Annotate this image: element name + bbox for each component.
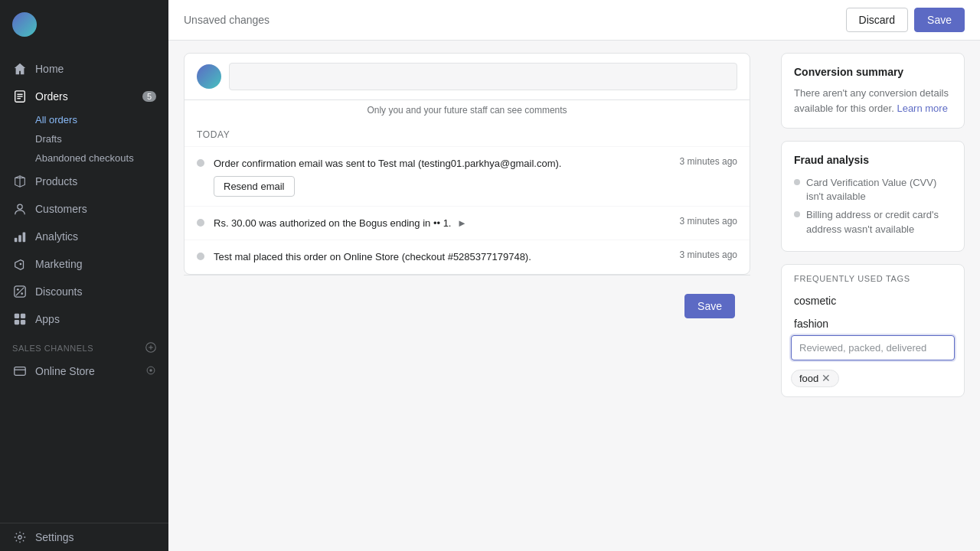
- sidebar-item-marketing-label: Marketing: [35, 258, 82, 270]
- sidebar-item-discounts-label: Discounts: [35, 285, 82, 298]
- sidebar-item-all-orders[interactable]: All orders: [35, 110, 168, 129]
- timeline-item-content: Rs. 30.00 was authorized on the Bogus en…: [214, 216, 737, 231]
- timeline-item: Order confirmation email was sent to Tes…: [185, 146, 750, 206]
- svg-rect-9: [23, 233, 26, 243]
- svg-rect-17: [21, 320, 25, 324]
- sidebar-item-products[interactable]: Products: [0, 168, 168, 195]
- tag-input-wrapper: [782, 335, 964, 370]
- save-button-top[interactable]: Save: [914, 8, 965, 32]
- fraud-analysis-list: Card Verification Value (CVV) isn't avai…: [794, 174, 952, 239]
- sidebar-item-analytics[interactable]: Analytics: [0, 223, 168, 250]
- home-icon: [12, 61, 28, 77]
- sidebar-item-apps[interactable]: Apps: [0, 305, 168, 333]
- svg-rect-21: [15, 367, 25, 376]
- timeline-item-time: 3 minutes ago: [680, 156, 737, 167]
- user-avatar: [197, 64, 221, 89]
- sidebar-item-customers-label: Customers: [35, 203, 87, 215]
- timeline-dot: [197, 253, 204, 260]
- orders-submenu: All orders Drafts Abandoned checkouts: [0, 110, 168, 168]
- svg-rect-15: [21, 314, 25, 318]
- timeline-item-text: Test mal placed this order on Online Sto…: [214, 249, 531, 265]
- svg-rect-8: [18, 235, 21, 242]
- learn-more-link[interactable]: Learn more: [897, 103, 947, 114]
- sidebar-item-settings-label: Settings: [35, 531, 74, 543]
- comment-area: [185, 54, 750, 100]
- sidebar-item-home[interactable]: Home: [0, 55, 168, 83]
- sidebar-item-customers[interactable]: Customers: [0, 195, 168, 223]
- sidebar-bottom: Settings: [0, 523, 168, 551]
- fraud-analysis-title: Fraud analysis: [794, 154, 952, 166]
- discounts-icon: [12, 284, 28, 299]
- timeline-item-text: Rs. 30.00 was authorized on the Bogus en…: [214, 216, 467, 231]
- right-panel: Conversion summary There aren't any conv…: [766, 41, 980, 551]
- tags-applied: food ✕: [782, 370, 964, 396]
- save-button-bottom[interactable]: Save: [684, 294, 735, 318]
- timeline-item-text-inner: Rs. 30.00 was authorized on the Bogus en…: [214, 217, 451, 229]
- sidebar-item-products-label: Products: [35, 175, 77, 187]
- timeline-meta: Order confirmation email was sent to Tes…: [214, 156, 737, 171]
- svg-point-6: [18, 204, 22, 209]
- fraud-dot: [794, 179, 800, 185]
- fraud-list-item: Card Verification Value (CVV) isn't avai…: [794, 174, 952, 206]
- timeline-today-label: TODAY: [185, 123, 750, 146]
- fraud-item-text: Billing address or credit card's address…: [806, 208, 952, 236]
- tag-chip: food ✕: [791, 370, 839, 387]
- sidebar-item-orders-label: Orders: [35, 90, 68, 103]
- sidebar: Home Orders 5 All orders Drafts Abandone…: [0, 0, 168, 551]
- sidebar-item-marketing[interactable]: Marketing: [0, 250, 168, 278]
- fraud-dot: [794, 211, 800, 217]
- svg-point-23: [149, 369, 152, 372]
- settings-icon: [12, 530, 28, 545]
- orders-badge: 5: [142, 91, 156, 102]
- timeline-section: Only you and your future staff can see c…: [184, 53, 750, 275]
- timeline-item-text: Order confirmation email was sent to Tes…: [214, 156, 561, 171]
- logo-icon: [12, 12, 37, 37]
- resend-email-button[interactable]: Resend email: [214, 176, 295, 197]
- svg-point-11: [17, 289, 19, 291]
- tag-chip-remove[interactable]: ✕: [822, 373, 831, 383]
- svg-rect-16: [15, 320, 19, 324]
- timeline-dot: [197, 159, 204, 167]
- apps-icon: [12, 311, 28, 327]
- sales-channels-section: SALES CHANNELS: [0, 333, 168, 357]
- top-bar: Unsaved changes Discard Save: [168, 0, 980, 41]
- timeline-item: Rs. 30.00 was authorized on the Bogus en…: [185, 206, 750, 240]
- products-icon: [12, 174, 28, 189]
- tag-suggestion-cosmetic[interactable]: cosmetic: [782, 289, 964, 312]
- sidebar-item-abandoned-checkouts[interactable]: Abandoned checkouts: [35, 148, 168, 168]
- tag-chip-label: food: [799, 373, 818, 384]
- customers-icon: [12, 201, 28, 217]
- tag-input[interactable]: [791, 335, 955, 360]
- online-store-icon: [12, 364, 28, 379]
- timeline-meta: Test mal placed this order on Online Sto…: [214, 249, 737, 265]
- sidebar-item-discounts[interactable]: Discounts: [0, 278, 168, 305]
- unsaved-changes-title: Unsaved changes: [184, 14, 270, 26]
- fraud-list-item: Billing address or credit card's address…: [794, 206, 952, 238]
- timeline-dot: [197, 219, 204, 227]
- orders-icon: [12, 89, 28, 104]
- content-area: Only you and your future staff can see c…: [168, 41, 980, 551]
- arrow-icon[interactable]: ►: [457, 217, 467, 229]
- bottom-bar: Save: [184, 275, 750, 331]
- sidebar-item-home-label: Home: [35, 63, 64, 75]
- comment-input-box: [229, 63, 737, 90]
- frequently-used-label: FREQUENTLY USED TAGS: [782, 265, 964, 289]
- sidebar-nav: Home Orders 5 All orders Drafts Abandone…: [0, 49, 168, 523]
- sidebar-item-online-store[interactable]: Online Store: [0, 357, 168, 385]
- sidebar-item-drafts[interactable]: Drafts: [35, 129, 168, 148]
- sidebar-item-online-store-label: Online Store: [35, 365, 95, 377]
- sidebar-item-orders[interactable]: Orders 5: [0, 83, 168, 110]
- main-panel: Only you and your future staff can see c…: [168, 41, 766, 551]
- discard-button[interactable]: Discard: [846, 8, 908, 32]
- fraud-analysis-card: Fraud analysis Card Verification Value (…: [781, 141, 965, 252]
- add-sales-channel-icon[interactable]: [145, 342, 156, 354]
- timeline-item-content: Test mal placed this order on Online Sto…: [214, 249, 737, 265]
- svg-point-10: [20, 263, 22, 266]
- tag-suggestion-fashion[interactable]: fashion: [782, 312, 964, 335]
- online-store-settings-icon[interactable]: [145, 365, 156, 378]
- svg-rect-14: [15, 314, 19, 318]
- main-content: Unsaved changes Discard Save Only: [168, 0, 980, 551]
- sidebar-item-settings[interactable]: Settings: [0, 523, 168, 551]
- svg-rect-7: [15, 238, 18, 242]
- timeline-item-time: 3 minutes ago: [680, 216, 737, 227]
